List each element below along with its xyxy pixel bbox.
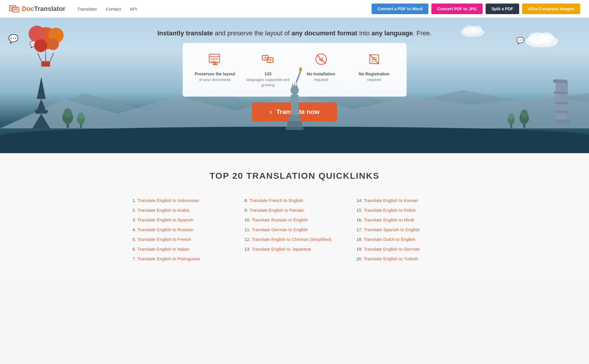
list-item: 14. Translate English to Korean — [357, 196, 457, 205]
feature-languages-subtitle: languages supported and growing — [246, 77, 290, 88]
item-num: 4. — [133, 227, 136, 232]
list-item: 4. Translate English to Russian — [133, 225, 233, 234]
compress-images-button[interactable]: Ultra-Compress Images — [522, 4, 580, 14]
feature-layout-subtitle: of your documents — [193, 77, 237, 82]
quicklink-link[interactable]: Translate English to German — [364, 246, 420, 252]
nav-contact[interactable]: Contact — [106, 6, 121, 11]
svg-rect-60 — [287, 121, 302, 127]
quicklinks-grid: 1. Translate English to Indonesian 2. Tr… — [133, 196, 457, 264]
item-num: 10. — [245, 217, 251, 222]
feature-no-reg-subtitle: required — [352, 77, 396, 82]
item-num: 2. — [133, 208, 136, 213]
nav: Translator Contact API — [77, 6, 137, 11]
quicklink-link[interactable]: Translate English to Russian — [137, 227, 193, 232]
item-num: 9. — [245, 208, 248, 213]
svg-marker-57 — [294, 82, 296, 87]
list-item: 9. Translate English to Persian — [245, 205, 345, 215]
quicklink-link[interactable]: Translate English to Italian — [137, 246, 189, 252]
headline-instantly: Instantly translate — [157, 29, 213, 37]
quicklink-link[interactable]: Translate English to Turkish — [364, 256, 418, 261]
feature-layout: Preserves the layout of your documents — [189, 52, 242, 82]
item-num: 20. — [357, 256, 363, 261]
quicklink-link[interactable]: Translate German to English — [252, 227, 308, 232]
nav-translator[interactable]: Translator — [77, 6, 97, 11]
item-num: 11. — [245, 227, 251, 232]
quicklink-link[interactable]: Translate English to French — [137, 237, 191, 242]
quicklink-link[interactable]: Translate English to Japanese — [252, 246, 311, 252]
svg-point-14 — [34, 39, 47, 52]
list-item: 5. Translate English to French — [133, 234, 233, 244]
svg-line-38 — [317, 55, 326, 64]
list-item: 2. Translate English to Arabic — [133, 205, 233, 215]
feature-no-reg-title: No Registration — [352, 71, 396, 77]
headline-any-language: any language — [372, 29, 413, 37]
no-install-icon — [314, 52, 329, 67]
feature-no-reg: No Registration required — [348, 52, 401, 82]
item-num: 16. — [357, 217, 363, 222]
quicklink-link[interactable]: Translate English to Korean — [364, 198, 418, 203]
svg-point-53 — [299, 67, 302, 72]
list-item: 3. Translate English to Spanish — [133, 215, 233, 225]
quicklink-link[interactable]: Translate French to English — [249, 198, 303, 203]
languages-icon — [261, 52, 275, 67]
svg-rect-61 — [286, 127, 303, 130]
quicklink-link[interactable]: Translate English to Arabic — [137, 208, 190, 213]
list-item: 10. Translate Russian to English — [245, 215, 345, 225]
list-item: 20. Translate English to Turkish — [357, 254, 457, 264]
balloon-decoration — [24, 18, 71, 72]
item-num: 17. — [357, 227, 363, 232]
item-num: 3. — [133, 217, 136, 222]
quicklinks-section: TOP 20 TRANSLATION QUICKLINKS 1. Transla… — [0, 153, 589, 281]
quicklink-link[interactable]: Translate English to Indonesian — [137, 198, 199, 203]
quicklink-link[interactable]: Translate English to Hindi — [364, 217, 414, 222]
quicklink-link[interactable]: Translate English to Spanish — [137, 217, 193, 222]
header-buttons: Convert a PDF to Word Convert PDF to JPG… — [372, 4, 580, 14]
statue-of-liberty — [284, 65, 305, 131]
list-item: 15. Translate English to Polish — [357, 205, 457, 215]
nav-api[interactable]: API — [130, 6, 137, 11]
quicklink-link[interactable]: Translate Dutch to English — [364, 237, 415, 242]
item-num: 18. — [357, 237, 363, 242]
layout-icon — [208, 52, 222, 67]
header: DocTranslator Translator Contact API Con… — [0, 0, 589, 18]
svg-marker-58 — [296, 83, 298, 87]
quicklink-link[interactable]: Translate Russian to English — [252, 217, 308, 222]
quicklinks-column-3: 14. Translate English to Korean 15. Tran… — [357, 196, 457, 264]
hero-section: 💬 💬 💬 Instantly translate and preserve t… — [0, 18, 589, 153]
svg-marker-56 — [292, 83, 293, 87]
svg-line-44 — [369, 54, 379, 64]
list-item: 6. Translate English to Italian — [133, 244, 233, 254]
list-item: 13. Translate English to Japanese — [245, 244, 345, 254]
list-item: 7. Translate English to Portuguese — [133, 254, 233, 264]
item-num: 1. — [133, 198, 136, 203]
quicklink-link[interactable]: Translate English to Portuguese — [137, 256, 200, 261]
feature-no-install-title: No Installation — [299, 71, 343, 77]
item-num: 12. — [245, 237, 251, 242]
feature-languages-title: 133 — [246, 71, 290, 77]
quicklink-link[interactable]: Translate English to Polish — [364, 208, 416, 213]
svg-point-15 — [47, 38, 59, 50]
list-item: 12. Translate English to Chinese (Simpli… — [245, 234, 345, 244]
quicklink-link[interactable]: Translate English to Persian — [249, 208, 304, 213]
item-num: 19. — [357, 246, 363, 252]
quicklinks-title: TOP 20 TRANSLATION QUICKLINKS — [12, 171, 577, 181]
svg-rect-7 — [41, 61, 50, 67]
quicklink-link[interactable]: Translate Spanish to English — [364, 227, 420, 232]
quicklinks-column-2: 8. Translate French to English 9. Transl… — [245, 196, 345, 264]
item-num: 7. — [133, 256, 136, 261]
quicklink-link[interactable]: Translate English to Chinese (Simplified… — [252, 237, 331, 242]
item-num: 8. — [245, 198, 248, 203]
feature-no-install-subtitle: required — [299, 77, 343, 82]
headline-into: into — [357, 29, 372, 37]
svg-rect-59 — [289, 115, 301, 121]
convert-pdf-word-button[interactable]: Convert a PDF to Word — [372, 4, 428, 14]
quicklinks-column-1: 1. Translate English to Indonesian 2. Tr… — [133, 196, 233, 264]
list-item: 16. Translate English to Hindi — [357, 215, 457, 225]
headline-any-format: any document format — [291, 29, 357, 37]
svg-line-9 — [50, 53, 54, 61]
list-item: 8. Translate French to English — [245, 196, 345, 205]
convert-pdf-jpg-button[interactable]: Convert PDF to JPG — [431, 4, 483, 14]
split-pdf-button[interactable]: Split a PDF — [486, 4, 519, 14]
item-num: 13. — [245, 246, 251, 252]
list-item: 19. Translate English to German — [357, 244, 457, 254]
